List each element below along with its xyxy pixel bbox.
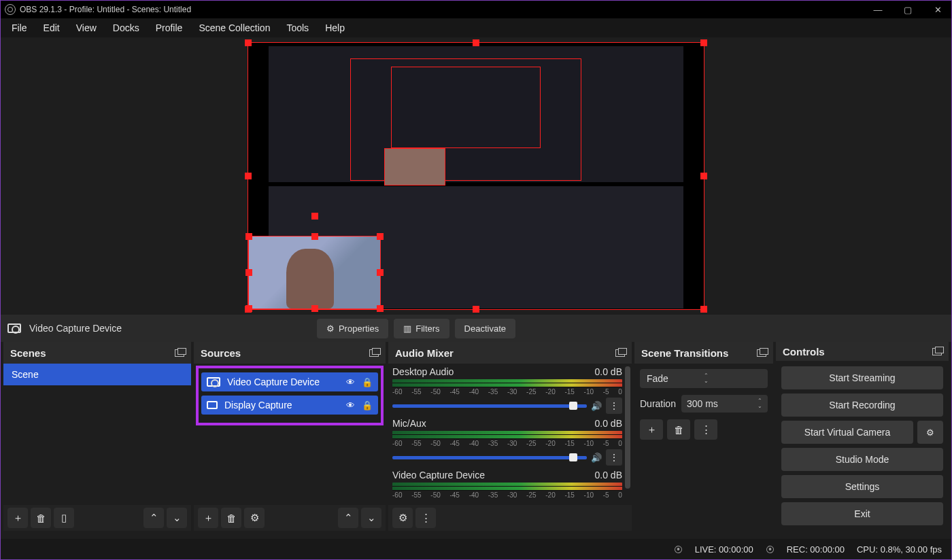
- audio-meter: [392, 379, 622, 387]
- scene-item[interactable]: Scene: [3, 364, 191, 385]
- source-item-label: Video Capture Device: [227, 377, 339, 387]
- speaker-icon[interactable]: [591, 400, 602, 412]
- mixer-channel-video-capture: Video Capture Device0.0 dB -60-55-50-45-…: [392, 470, 622, 499]
- selected-source-label: Video Capture Device: [29, 323, 122, 334]
- channel-options-button[interactable]: ⋮: [606, 398, 622, 414]
- speaker-icon[interactable]: [591, 451, 602, 463]
- source-item-label: Display Capture: [224, 400, 339, 410]
- scenes-title: Scenes: [10, 347, 46, 359]
- mixer-advanced-button[interactable]: ⚙: [392, 508, 413, 528]
- titlebar: OBS 29.1.3 - Profile: Untitled - Scenes:…: [1, 1, 951, 18]
- mixer-channel-desktop-audio: Desktop Audio0.0 dB -60-55-50-45-40-35-3…: [392, 366, 622, 414]
- status-live: LIVE: 00:00:00: [695, 544, 753, 555]
- source-properties-button[interactable]: ⚙: [244, 508, 265, 528]
- source-item-display-capture[interactable]: Display Capture: [201, 396, 378, 415]
- menu-docks[interactable]: Docks: [105, 20, 148, 36]
- add-transition-button[interactable]: ＋: [640, 419, 663, 440]
- obs-logo-icon: [5, 4, 16, 15]
- scene-down-button[interactable]: ⌄: [167, 508, 187, 528]
- scene-transitions-panel: Scene Transitions Fade ⌃⌄ Duration 300 m…: [634, 342, 773, 531]
- filter-icon: [403, 323, 411, 334]
- lock-icon[interactable]: [362, 377, 373, 387]
- meter-ticks: -60-55-50-45-40-35-30-25-20-15-10-50: [392, 491, 622, 499]
- scene-filter-button[interactable]: ▯: [54, 508, 74, 528]
- preview-canvas[interactable]: [248, 42, 704, 310]
- menu-help[interactable]: Help: [317, 20, 353, 36]
- menu-scene-collection[interactable]: Scene Collection: [190, 20, 278, 36]
- menu-file[interactable]: File: [3, 20, 35, 36]
- camera-icon: [7, 323, 21, 333]
- remove-transition-button[interactable]: 🗑: [667, 419, 690, 440]
- eye-icon[interactable]: [346, 400, 355, 410]
- popout-icon[interactable]: [369, 349, 379, 357]
- gear-icon: [326, 323, 335, 334]
- source-down-button[interactable]: ⌄: [361, 508, 381, 528]
- source-toolbar: Video Capture Device Properties Filters …: [1, 315, 951, 342]
- chevron-updown-icon: ⌃⌄: [704, 373, 761, 384]
- mixer-channel-mic-aux: Mic/Aux0.0 dB -60-55-50-45-40-35-30-25-2…: [392, 418, 622, 466]
- meter-ticks: -60-55-50-45-40-35-30-25-20-15-10-50: [392, 440, 622, 447]
- transition-select[interactable]: Fade ⌃⌄: [640, 369, 768, 388]
- meter-ticks: -60-55-50-45-40-35-30-25-20-15-10-50: [392, 388, 622, 396]
- duration-field[interactable]: 300 ms ⌃⌄: [681, 395, 768, 413]
- lock-icon[interactable]: [362, 400, 373, 410]
- source-up-button[interactable]: ⌃: [338, 508, 358, 528]
- record-icon: ⦿: [766, 544, 775, 555]
- transition-options-button[interactable]: ⋮: [694, 419, 717, 440]
- start-virtual-camera-button[interactable]: Start Virtual Camera: [781, 421, 913, 444]
- popout-icon[interactable]: [932, 348, 942, 355]
- add-scene-button[interactable]: ＋: [7, 508, 28, 528]
- menu-edit[interactable]: Edit: [35, 20, 68, 36]
- popout-icon[interactable]: [757, 349, 766, 357]
- deactivate-button[interactable]: Deactivate: [455, 319, 515, 338]
- audio-meter: [392, 483, 622, 491]
- duration-label: Duration: [640, 398, 676, 409]
- mixer-title: Audio Mixer: [395, 347, 454, 359]
- popout-icon[interactable]: [175, 349, 184, 357]
- scenes-panel: Scenes Scene ＋ 🗑 ▯ ⌃ ⌄: [3, 342, 191, 531]
- sources-panel: Sources Video Capture Device Display Cap…: [194, 342, 386, 531]
- filters-button[interactable]: Filters: [394, 319, 449, 338]
- eye-icon[interactable]: [346, 377, 355, 387]
- window-title: OBS 29.1.3 - Profile: Untitled - Scenes:…: [20, 5, 868, 14]
- menu-view[interactable]: View: [68, 20, 105, 36]
- transitions-title: Scene Transitions: [641, 347, 728, 359]
- chevron-updown-icon: ⌃⌄: [758, 398, 762, 409]
- channel-options-button[interactable]: ⋮: [606, 449, 622, 466]
- sources-title: Sources: [201, 347, 241, 359]
- controls-title: Controls: [783, 346, 825, 357]
- mixer-options-button[interactable]: ⋮: [415, 508, 436, 528]
- virtual-camera-settings-button[interactable]: ⚙: [917, 421, 943, 444]
- add-source-button[interactable]: ＋: [198, 508, 218, 528]
- minimize-button[interactable]: —: [868, 5, 887, 15]
- broadcast-icon: ⦿: [674, 544, 683, 555]
- close-button[interactable]: ✕: [928, 5, 947, 15]
- controls-panel: Controls Start Streaming Start Recording…: [776, 342, 949, 531]
- exit-button[interactable]: Exit: [781, 502, 943, 525]
- remove-scene-button[interactable]: 🗑: [31, 508, 51, 528]
- sources-highlight-box: Video Capture Device Display Capture: [196, 366, 384, 425]
- menu-profile[interactable]: Profile: [148, 20, 191, 36]
- popout-icon[interactable]: [615, 349, 625, 357]
- maximize-button[interactable]: ▢: [898, 5, 917, 15]
- remove-source-button[interactable]: 🗑: [221, 508, 241, 528]
- display-icon: [207, 401, 218, 409]
- audio-meter: [392, 431, 622, 439]
- preview-area[interactable]: [1, 37, 951, 315]
- properties-button[interactable]: Properties: [317, 319, 388, 338]
- scene-up-button[interactable]: ⌃: [143, 508, 164, 528]
- mixer-scrollbar[interactable]: [625, 366, 630, 489]
- audio-mixer-panel: Audio Mixer Desktop Audio0.0 dB -60-55-5…: [388, 342, 632, 531]
- start-recording-button[interactable]: Start Recording: [781, 393, 943, 417]
- status-rec: REC: 00:00:00: [787, 544, 845, 555]
- studio-mode-button[interactable]: Studio Mode: [781, 448, 943, 471]
- source-item-video-capture[interactable]: Video Capture Device: [201, 372, 378, 391]
- menu-tools[interactable]: Tools: [278, 20, 317, 36]
- settings-button[interactable]: Settings: [781, 475, 943, 498]
- statusbar: ⦿ LIVE: 00:00:00 ⦿ REC: 00:00:00 CPU: 0.…: [1, 539, 951, 559]
- camera-icon: [207, 377, 220, 387]
- menubar: File Edit View Docks Profile Scene Colle…: [1, 18, 951, 37]
- volume-slider[interactable]: [392, 404, 587, 408]
- start-streaming-button[interactable]: Start Streaming: [781, 366, 943, 389]
- volume-slider[interactable]: [392, 456, 587, 459]
